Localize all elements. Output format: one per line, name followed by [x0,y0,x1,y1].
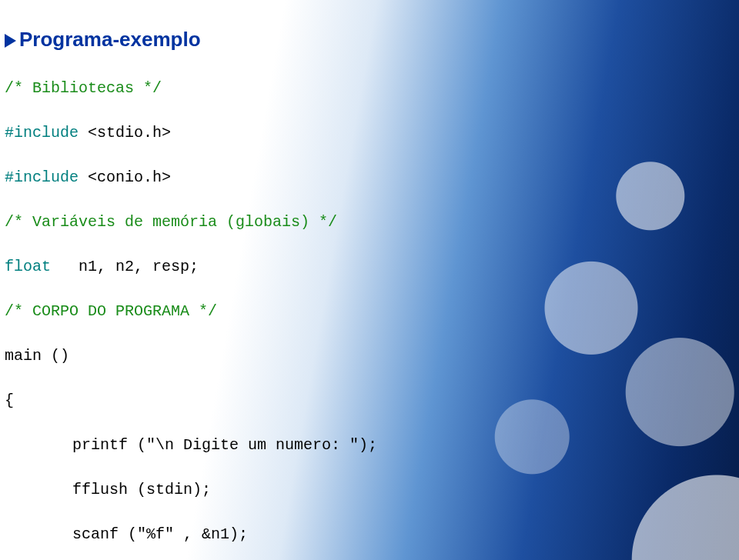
preproc: #include [5,124,79,142]
code-line: { [5,389,739,412]
code-line: #include <conio.h> [5,166,739,188]
code-line: printf ("\n Digite um numero: "); [5,434,739,456]
code-comment: /* Bibliotecas */ [5,77,739,99]
preproc: #include [5,168,79,186]
slide-title: Programa-exemplo [19,25,201,55]
code-line: float n1, n2, resp; [5,255,739,278]
code-line: main () [5,345,739,367]
code-line: #include <stdio.h> [5,122,739,144]
slide-content: Programa-exemplo /* Bibliotecas */ #incl… [0,0,739,560]
code-text: <stdio.h> [79,124,171,142]
code-comment: /* CORPO DO PROGRAMA */ [5,300,739,322]
code-line: fflush (stdin); [5,478,739,501]
heading-row: Programa-exemplo [5,25,739,55]
code-line: scanf ("%f" , &n1); [5,523,739,545]
code-text: n1, n2, resp; [51,258,199,275]
code-comment: /* Variáveis de memória (globais) */ [5,211,739,233]
keyword: float [5,258,51,275]
code-text: <conio.h> [79,168,171,186]
triangle-bullet-icon [5,34,16,48]
